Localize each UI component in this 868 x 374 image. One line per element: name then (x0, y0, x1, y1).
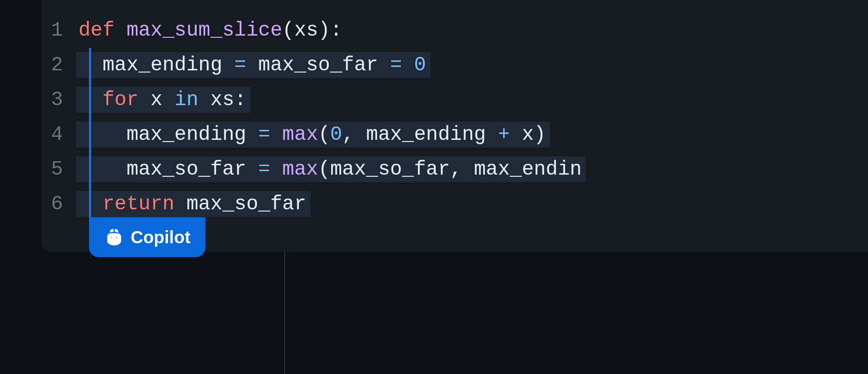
code-token: max_ending (354, 123, 498, 146)
code-token: return (102, 193, 174, 215)
copilot-icon (104, 227, 125, 248)
code-token: = (258, 123, 270, 146)
code-token: in (174, 89, 198, 111)
code-line[interactable]: 3 for x in xs: (41, 83, 868, 117)
code-token (270, 158, 283, 181)
code-token: max_so_far (246, 54, 390, 76)
code-token: x (138, 89, 174, 111)
code-token: max_so_far (174, 193, 306, 215)
code-token: + (498, 123, 510, 146)
code-token: def (79, 19, 126, 42)
suggestion-indicator (89, 48, 91, 222)
code-editor[interactable]: 1def max_sum_slice(xs):2 max_ending = ma… (41, 0, 868, 252)
code-content[interactable]: max_ending = max_so_far = 0 (76, 48, 431, 83)
svg-point-1 (115, 236, 118, 239)
code-token (270, 123, 283, 146)
code-token: ( (282, 19, 294, 42)
code-token: : (234, 89, 247, 111)
code-token: xs (294, 19, 318, 42)
code-token: max_sum_slice (126, 19, 282, 42)
code-token: ( (318, 158, 330, 181)
code-token: max_ending (79, 54, 234, 76)
code-line[interactable]: 1def max_sum_slice(xs): (41, 13, 868, 48)
code-token: max_endin (462, 158, 582, 181)
code-token (402, 54, 414, 76)
code-content[interactable]: return max_so_far (76, 187, 311, 222)
code-token: ) (534, 123, 546, 146)
code-token: = (390, 54, 402, 76)
vertical-divider (284, 252, 285, 374)
code-token: , (342, 123, 354, 146)
line-number: 1 (41, 19, 76, 42)
code-token: max (282, 158, 318, 181)
code-line[interactable]: 2 max_ending = max_so_far = 0 (41, 48, 868, 83)
copilot-badge[interactable]: Copilot (89, 217, 205, 257)
code-token: ) (318, 19, 330, 42)
line-number: 4 (41, 123, 76, 146)
code-line[interactable]: 6 return max_so_far (41, 187, 868, 222)
code-token: : (330, 19, 342, 42)
copilot-label: Copilot (131, 228, 191, 247)
code-content[interactable]: max_ending = max(0, max_ending + x) (76, 117, 550, 152)
line-number: 2 (41, 54, 76, 76)
code-token: xs (198, 89, 234, 111)
code-token: = (234, 54, 247, 76)
code-line[interactable]: 5 max_so_far = max(max_so_far, max_endin (41, 152, 868, 187)
code-token: x (510, 123, 534, 146)
line-number: 5 (41, 158, 76, 181)
code-content[interactable]: max_so_far = max(max_so_far, max_endin (76, 152, 586, 187)
code-token: 0 (414, 54, 426, 76)
code-token: max_ending (79, 123, 258, 146)
line-number: 6 (41, 193, 76, 215)
line-number: 3 (41, 89, 76, 111)
code-token: = (258, 158, 270, 181)
code-content[interactable]: for x in xs: (76, 83, 251, 117)
code-token: ( (318, 123, 330, 146)
code-line[interactable]: 4 max_ending = max(0, max_ending + x) (41, 117, 868, 152)
code-content[interactable]: def max_sum_slice(xs): (76, 13, 346, 48)
code-token: max_so_far (79, 158, 258, 181)
code-token: , (450, 158, 462, 181)
code-token: for (102, 89, 138, 111)
code-token: 0 (330, 123, 342, 146)
code-token: max_so_far (330, 158, 450, 181)
svg-point-0 (110, 236, 113, 239)
code-token: max (282, 123, 318, 146)
